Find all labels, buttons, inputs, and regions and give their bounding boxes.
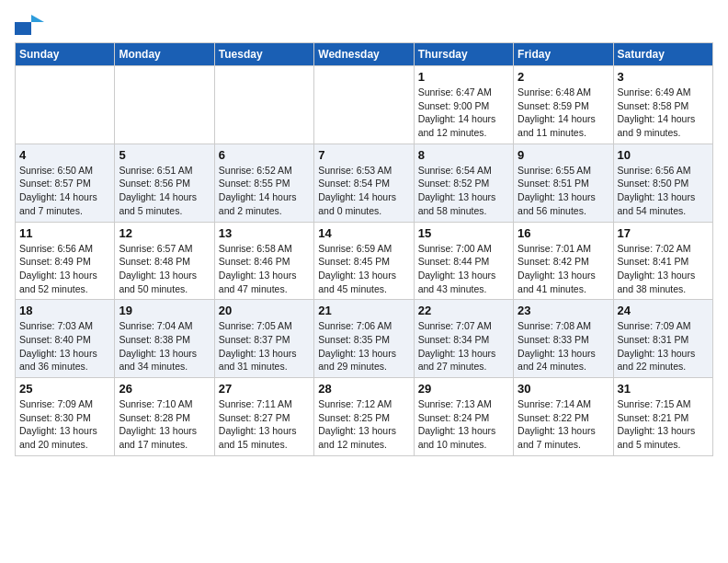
- calendar-cell: 24Sunrise: 7:09 AM Sunset: 8:31 PM Dayli…: [613, 300, 712, 378]
- day-number: 9: [518, 148, 609, 162]
- calendar-cell: 13Sunrise: 6:58 AM Sunset: 8:46 PM Dayli…: [214, 222, 313, 300]
- day-number: 18: [19, 304, 110, 317]
- calendar-cell: 12Sunrise: 6:57 AM Sunset: 8:48 PM Dayli…: [115, 222, 214, 300]
- calendar-cell: 21Sunrise: 7:06 AM Sunset: 8:35 PM Dayli…: [314, 300, 414, 378]
- calendar-cell: 4Sunrise: 6:50 AM Sunset: 8:57 PM Daylig…: [16, 144, 115, 222]
- day-info: Sunrise: 6:47 AM Sunset: 9:00 PM Dayligh…: [418, 86, 509, 140]
- calendar-cell: 10Sunrise: 6:56 AM Sunset: 8:50 PM Dayli…: [613, 144, 712, 222]
- day-info: Sunrise: 6:57 AM Sunset: 8:48 PM Dayligh…: [119, 242, 210, 296]
- day-info: Sunrise: 6:56 AM Sunset: 8:50 PM Dayligh…: [618, 164, 709, 218]
- calendar-cell: 18Sunrise: 7:03 AM Sunset: 8:40 PM Dayli…: [16, 300, 115, 378]
- day-info: Sunrise: 7:14 AM Sunset: 8:22 PM Dayligh…: [518, 397, 609, 452]
- page-header: [15, 15, 713, 35]
- day-info: Sunrise: 6:59 AM Sunset: 8:45 PM Dayligh…: [318, 242, 409, 296]
- calendar-cell: 20Sunrise: 7:05 AM Sunset: 8:37 PM Dayli…: [214, 300, 313, 378]
- day-number: 23: [518, 304, 609, 317]
- day-info: Sunrise: 7:11 AM Sunset: 8:27 PM Dayligh…: [219, 397, 310, 452]
- calendar-header-row: SundayMondayTuesdayWednesdayThursdayFrid…: [16, 43, 713, 66]
- day-info: Sunrise: 7:13 AM Sunset: 8:24 PM Dayligh…: [418, 397, 509, 452]
- day-number: 29: [418, 382, 509, 396]
- day-info: Sunrise: 6:51 AM Sunset: 8:56 PM Dayligh…: [119, 164, 210, 218]
- calendar-cell: 11Sunrise: 6:56 AM Sunset: 8:49 PM Dayli…: [16, 222, 115, 300]
- calendar-cell: 29Sunrise: 7:13 AM Sunset: 8:24 PM Dayli…: [414, 378, 513, 456]
- calendar-cell: 22Sunrise: 7:07 AM Sunset: 8:34 PM Dayli…: [414, 300, 513, 378]
- calendar-cell: 6Sunrise: 6:52 AM Sunset: 8:55 PM Daylig…: [214, 144, 313, 222]
- day-info: Sunrise: 6:58 AM Sunset: 8:46 PM Dayligh…: [219, 242, 310, 296]
- day-number: 20: [219, 304, 310, 317]
- calendar-cell: 1Sunrise: 6:47 AM Sunset: 9:00 PM Daylig…: [414, 66, 513, 144]
- day-number: 3: [618, 70, 709, 84]
- day-number: 2: [518, 70, 609, 84]
- day-header-sunday: Sunday: [16, 43, 115, 66]
- day-number: 6: [219, 148, 310, 162]
- day-info: Sunrise: 7:12 AM Sunset: 8:25 PM Dayligh…: [318, 397, 409, 452]
- calendar-week-row: 18Sunrise: 7:03 AM Sunset: 8:40 PM Dayli…: [16, 300, 713, 378]
- day-number: 11: [19, 226, 110, 240]
- day-info: Sunrise: 6:48 AM Sunset: 8:59 PM Dayligh…: [518, 86, 609, 140]
- day-info: Sunrise: 6:53 AM Sunset: 8:54 PM Dayligh…: [318, 164, 409, 218]
- svg-rect-0: [15, 22, 31, 35]
- day-header-tuesday: Tuesday: [214, 43, 313, 66]
- day-number: 24: [618, 304, 709, 317]
- day-info: Sunrise: 7:05 AM Sunset: 8:37 PM Dayligh…: [219, 319, 310, 373]
- calendar-cell: [115, 66, 214, 144]
- day-number: 21: [318, 304, 409, 317]
- calendar-table: SundayMondayTuesdayWednesdayThursdayFrid…: [15, 42, 713, 456]
- day-info: Sunrise: 7:03 AM Sunset: 8:40 PM Dayligh…: [19, 319, 110, 373]
- day-number: 31: [618, 382, 709, 396]
- calendar-cell: 16Sunrise: 7:01 AM Sunset: 8:42 PM Dayli…: [514, 222, 613, 300]
- day-number: 27: [219, 382, 310, 396]
- day-info: Sunrise: 7:06 AM Sunset: 8:35 PM Dayligh…: [318, 319, 409, 373]
- day-info: Sunrise: 6:55 AM Sunset: 8:51 PM Dayligh…: [518, 164, 609, 218]
- day-number: 26: [119, 382, 210, 396]
- calendar-cell: 23Sunrise: 7:08 AM Sunset: 8:33 PM Dayli…: [514, 300, 613, 378]
- calendar-cell: 28Sunrise: 7:12 AM Sunset: 8:25 PM Dayli…: [314, 378, 414, 456]
- day-info: Sunrise: 7:01 AM Sunset: 8:42 PM Dayligh…: [518, 242, 609, 296]
- day-header-wednesday: Wednesday: [314, 43, 414, 66]
- day-number: 12: [119, 226, 210, 240]
- calendar-week-row: 1Sunrise: 6:47 AM Sunset: 9:00 PM Daylig…: [16, 66, 713, 144]
- day-info: Sunrise: 6:56 AM Sunset: 8:49 PM Dayligh…: [19, 242, 110, 296]
- day-number: 10: [618, 148, 709, 162]
- day-number: 5: [119, 148, 210, 162]
- day-info: Sunrise: 6:52 AM Sunset: 8:55 PM Dayligh…: [219, 164, 310, 218]
- calendar-cell: 3Sunrise: 6:49 AM Sunset: 8:58 PM Daylig…: [613, 66, 712, 144]
- day-number: 22: [418, 304, 509, 317]
- calendar-cell: 7Sunrise: 6:53 AM Sunset: 8:54 PM Daylig…: [314, 144, 414, 222]
- calendar-cell: 25Sunrise: 7:09 AM Sunset: 8:30 PM Dayli…: [16, 378, 115, 456]
- calendar-cell: [214, 66, 313, 144]
- day-number: 14: [318, 226, 409, 240]
- calendar-cell: 14Sunrise: 6:59 AM Sunset: 8:45 PM Dayli…: [314, 222, 414, 300]
- day-info: Sunrise: 7:04 AM Sunset: 8:38 PM Dayligh…: [119, 319, 210, 373]
- day-info: Sunrise: 7:10 AM Sunset: 8:28 PM Dayligh…: [119, 397, 210, 452]
- calendar-cell: 19Sunrise: 7:04 AM Sunset: 8:38 PM Dayli…: [115, 300, 214, 378]
- day-number: 25: [19, 382, 110, 396]
- day-number: 7: [318, 148, 409, 162]
- calendar-cell: 27Sunrise: 7:11 AM Sunset: 8:27 PM Dayli…: [214, 378, 313, 456]
- day-header-thursday: Thursday: [414, 43, 513, 66]
- calendar-cell: [16, 66, 115, 144]
- svg-marker-1: [31, 15, 44, 22]
- day-info: Sunrise: 7:09 AM Sunset: 8:30 PM Dayligh…: [19, 397, 110, 452]
- day-number: 30: [518, 382, 609, 396]
- logo-icon: [15, 15, 44, 35]
- calendar-cell: 5Sunrise: 6:51 AM Sunset: 8:56 PM Daylig…: [115, 144, 214, 222]
- day-header-monday: Monday: [115, 43, 214, 66]
- calendar-cell: 2Sunrise: 6:48 AM Sunset: 8:59 PM Daylig…: [514, 66, 613, 144]
- day-info: Sunrise: 7:15 AM Sunset: 8:21 PM Dayligh…: [618, 397, 709, 452]
- day-number: 4: [19, 148, 110, 162]
- day-info: Sunrise: 7:07 AM Sunset: 8:34 PM Dayligh…: [418, 319, 509, 373]
- logo: [15, 15, 46, 35]
- day-number: 19: [119, 304, 210, 317]
- day-info: Sunrise: 7:08 AM Sunset: 8:33 PM Dayligh…: [518, 319, 609, 373]
- calendar-cell: 15Sunrise: 7:00 AM Sunset: 8:44 PM Dayli…: [414, 222, 513, 300]
- day-number: 17: [618, 226, 709, 240]
- calendar-cell: 17Sunrise: 7:02 AM Sunset: 8:41 PM Dayli…: [613, 222, 712, 300]
- calendar-cell: 26Sunrise: 7:10 AM Sunset: 8:28 PM Dayli…: [115, 378, 214, 456]
- day-info: Sunrise: 7:00 AM Sunset: 8:44 PM Dayligh…: [418, 242, 509, 296]
- day-header-friday: Friday: [514, 43, 613, 66]
- day-info: Sunrise: 7:09 AM Sunset: 8:31 PM Dayligh…: [618, 319, 709, 373]
- calendar-week-row: 4Sunrise: 6:50 AM Sunset: 8:57 PM Daylig…: [16, 144, 713, 222]
- calendar-cell: 30Sunrise: 7:14 AM Sunset: 8:22 PM Dayli…: [514, 378, 613, 456]
- calendar-cell: 9Sunrise: 6:55 AM Sunset: 8:51 PM Daylig…: [514, 144, 613, 222]
